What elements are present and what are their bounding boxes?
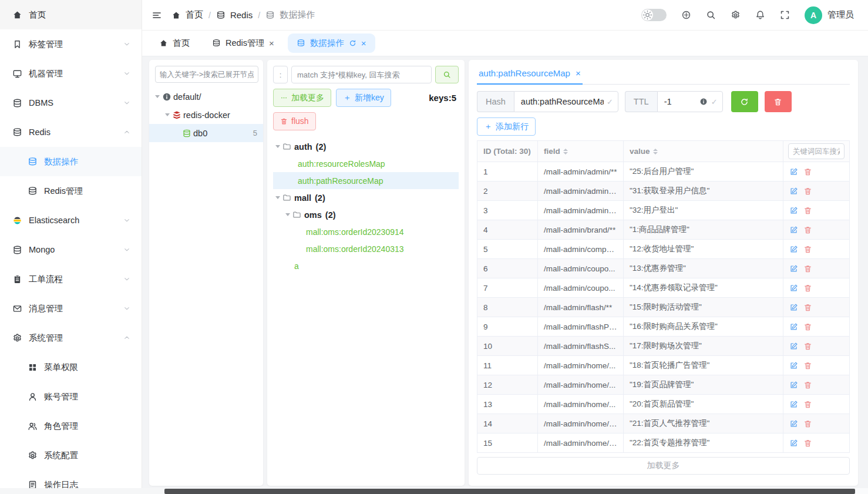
trash-icon[interactable] <box>803 303 812 312</box>
breadcrumb-redis[interactable]: Redis <box>216 10 253 20</box>
sidebar-item-data-ops[interactable]: 数据操作 <box>0 147 142 176</box>
refresh-key-button[interactable] <box>731 91 758 112</box>
key-item[interactable]: a <box>273 257 459 274</box>
trash-icon[interactable] <box>803 187 812 196</box>
sidebar-item-home[interactable]: 首页 <box>0 0 142 29</box>
sort-icon[interactable] <box>563 149 568 154</box>
trash-icon[interactable] <box>803 322 812 331</box>
sidebar-item-messages[interactable]: 消息管理 <box>0 294 142 323</box>
theme-toggle[interactable] <box>641 9 667 21</box>
match-pattern-input[interactable] <box>291 66 432 83</box>
flush-button[interactable]: flush <box>273 112 316 130</box>
trash-icon[interactable] <box>803 361 812 370</box>
sort-icon[interactable] <box>653 149 658 154</box>
sidebar-item-menu-perms[interactable]: 菜单权限 <box>0 352 142 382</box>
edit-icon[interactable] <box>789 206 798 215</box>
trash-icon[interactable] <box>803 284 812 293</box>
sidebar-item-roles[interactable]: 角色管理 <box>0 411 142 441</box>
trash-icon[interactable] <box>803 381 812 389</box>
sidebar-item-elasticsearch[interactable]: Elasticsearch <box>0 206 142 235</box>
edit-icon[interactable] <box>789 361 798 370</box>
bell-icon[interactable] <box>755 10 765 20</box>
delete-key-button[interactable] <box>765 91 792 112</box>
key-item[interactable]: auth:pathResourceMap <box>273 172 459 189</box>
fullscreen-icon[interactable] <box>780 10 790 20</box>
sidebar-item-mongo[interactable]: Mongo <box>0 235 142 264</box>
edit-icon[interactable] <box>789 400 798 409</box>
tab-home[interactable]: 首页 <box>150 33 199 53</box>
tree-node-db0[interactable]: db0 5 <box>149 124 263 142</box>
edit-icon[interactable] <box>789 303 798 312</box>
edit-icon[interactable] <box>789 284 798 293</box>
explorer-search-input[interactable] <box>155 66 258 83</box>
sidebar-item-redis[interactable]: Redis <box>0 117 142 147</box>
scrollbar-thumb[interactable] <box>164 489 855 494</box>
sidebar-item-accounts[interactable]: 账号管理 <box>0 382 142 411</box>
sidebar-item-tags[interactable]: 标签管理 <box>0 29 142 59</box>
collapse-sidebar-icon[interactable] <box>152 10 162 21</box>
breadcrumb-home[interactable]: 首页 <box>171 9 203 21</box>
add-key-button[interactable]: ＋ 新增key <box>336 89 391 107</box>
trash-icon[interactable] <box>803 419 812 428</box>
refresh-icon[interactable] <box>349 39 356 47</box>
sidebar-item-sysconfig[interactable]: 系统配置 <box>0 441 142 470</box>
load-more-rows-button[interactable]: 加载更多 <box>477 457 850 475</box>
trash-icon[interactable] <box>803 439 812 448</box>
sidebar-item-workorder[interactable]: 工单流程 <box>0 264 142 294</box>
horizontal-scrollbar[interactable] <box>0 488 868 494</box>
caret-down-icon[interactable] <box>165 113 170 116</box>
key-item[interactable]: auth:resourceRolesMap <box>273 155 459 172</box>
tree-node-default[interactable]: default/ <box>155 88 258 106</box>
edit-icon[interactable] <box>789 322 798 331</box>
edit-icon[interactable] <box>789 167 798 176</box>
key-folder-mall[interactable]: mall(2) <box>273 189 459 206</box>
close-icon[interactable]: × <box>576 69 581 78</box>
tab-data-ops[interactable]: 数据操作 × <box>288 33 375 53</box>
table-filter-input[interactable] <box>788 143 845 159</box>
add-row-button[interactable]: ＋ 添加新行 <box>477 117 536 136</box>
trash-icon[interactable] <box>803 226 812 234</box>
language-icon[interactable] <box>681 10 691 20</box>
gear-icon[interactable] <box>731 10 741 20</box>
key-item[interactable]: mall:oms:orderId20240313 <box>273 240 459 257</box>
edit-icon[interactable] <box>789 419 798 428</box>
edit-icon[interactable] <box>789 245 798 254</box>
trash-icon[interactable] <box>803 264 812 273</box>
sidebar-item-redis-manage[interactable]: Redis管理 <box>0 176 142 206</box>
separator-input[interactable] <box>273 66 288 83</box>
caret-down-icon[interactable] <box>155 95 160 98</box>
edit-icon[interactable] <box>789 381 798 389</box>
sidebar-item-system[interactable]: 系统管理 <box>0 323 142 352</box>
key-folder-oms[interactable]: oms(2) <box>273 206 459 223</box>
user-menu[interactable]: A 管理员 <box>805 6 854 24</box>
sidebar-item-machines[interactable]: 机器管理 <box>0 59 142 88</box>
caret-down-icon[interactable] <box>275 145 280 148</box>
load-more-keys-button[interactable]: 加载更多 <box>273 89 331 107</box>
edit-icon[interactable] <box>789 342 798 351</box>
key-name-input[interactable] <box>514 91 618 112</box>
close-icon[interactable]: × <box>269 39 274 48</box>
caret-down-icon[interactable] <box>285 213 290 216</box>
search-keys-button[interactable] <box>435 66 459 83</box>
edit-icon[interactable] <box>789 439 798 448</box>
edit-icon[interactable] <box>789 226 798 234</box>
trash-icon[interactable] <box>803 400 812 409</box>
sidebar-item-dbms[interactable]: DBMS <box>0 88 142 117</box>
tree-node-redis-docker[interactable]: redis-docker <box>155 106 258 124</box>
key-tab[interactable]: auth:pathResourceMap × <box>477 67 583 85</box>
trash-icon[interactable] <box>803 342 812 351</box>
confirm-check-icon[interactable]: ✓ <box>711 98 718 106</box>
edit-icon[interactable] <box>789 264 798 273</box>
tab-redis-manage[interactable]: Redis管理 × <box>203 33 283 53</box>
close-icon[interactable]: × <box>361 39 366 48</box>
trash-icon[interactable] <box>803 206 812 215</box>
edit-icon[interactable] <box>789 187 798 196</box>
caret-down-icon[interactable] <box>275 196 280 199</box>
key-item[interactable]: mall:oms:orderId20230914 <box>273 223 459 240</box>
confirm-check-icon[interactable]: ✓ <box>607 91 613 112</box>
search-icon[interactable] <box>706 10 716 20</box>
key-folder-auth[interactable]: auth(2) <box>273 138 459 155</box>
type-select[interactable]: Hash <box>477 91 514 112</box>
trash-icon[interactable] <box>803 167 812 176</box>
trash-icon[interactable] <box>803 245 812 254</box>
